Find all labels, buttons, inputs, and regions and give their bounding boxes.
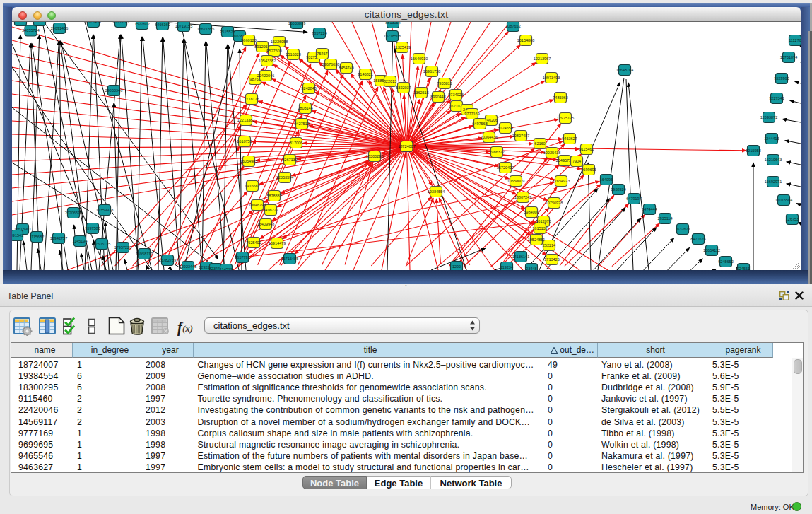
svg-text:14136141: 14136141 [512,255,529,259]
svg-text:8267130: 8267130 [282,158,297,162]
svg-text:2935114: 2935114 [657,216,672,221]
svg-text:8813054: 8813054 [385,22,400,25]
svg-text:9734023: 9734023 [448,93,463,97]
svg-text:9660123: 9660123 [241,38,256,42]
svg-text:5878332: 5878332 [266,194,281,198]
svg-text:75467: 75467 [317,52,327,56]
svg-text:9527500: 9527500 [266,49,281,53]
svg-text:18724007: 18724007 [398,144,415,148]
svg-text:9699695: 9699695 [581,168,596,172]
svg-text:3024554: 3024554 [498,126,512,130]
svg-text:119234: 119234 [500,265,513,269]
svg-text:12353594: 12353594 [276,175,293,180]
svg-text:9474444: 9474444 [642,207,657,211]
svg-text:8454749: 8454749 [339,66,353,70]
svg-text:8990448: 8990448 [430,95,445,99]
svg-text:9329966: 9329966 [774,76,789,81]
svg-text:9227341: 9227341 [769,96,784,100]
svg-text:6466160: 6466160 [155,23,170,27]
svg-text:12923448: 12923448 [180,264,196,269]
svg-text:1916682: 1916682 [245,184,259,188]
svg-text:15751074: 15751074 [780,55,797,59]
svg-text:18807249: 18807249 [514,195,531,199]
svg-text:16033809: 16033809 [288,22,305,25]
svg-text:19218506: 19218506 [384,34,401,38]
svg-text:5322037: 5322037 [396,86,411,90]
svg-text:16961758: 16961758 [423,69,440,74]
svg-text:7485063: 7485063 [553,95,567,100]
svg-text:1145194: 1145194 [72,239,87,243]
svg-text:15720407: 15720407 [497,165,514,170]
svg-text:114519: 114519 [220,267,233,270]
svg-text:10719155: 10719155 [175,24,192,28]
svg-text:12093872: 12093872 [760,115,777,119]
svg-text:2986322: 2986322 [489,150,504,154]
svg-text:12213382: 12213382 [237,118,254,122]
svg-text:7904: 7904 [572,159,581,163]
svg-text:24055724: 24055724 [22,28,39,33]
svg-text:3498222: 3498222 [263,208,278,212]
svg-text:2069140: 2069140 [32,22,47,23]
svg-text:2803144: 2803144 [298,106,312,110]
svg-text:6479197: 6479197 [626,197,641,201]
svg-text:10973493: 10973493 [543,76,560,80]
svg-text:16648784: 16648784 [616,68,633,72]
svg-text:924561: 924561 [737,267,750,270]
svg-text:1362615: 1362615 [413,90,428,95]
svg-text:12213967: 12213967 [534,57,551,61]
svg-text:126753: 126753 [786,217,799,221]
svg-text:19524851: 19524851 [528,238,545,242]
svg-text:2718176: 2718176 [244,97,259,101]
svg-text:9115460: 9115460 [579,147,594,151]
svg-text:20206526: 20206526 [65,211,82,215]
svg-text:1610755: 1610755 [237,139,252,144]
svg-text:9397586: 9397586 [85,226,100,230]
svg-text:391541: 391541 [12,233,23,238]
svg-text:12505135: 12505135 [93,242,110,246]
svg-text:16640910: 16640910 [411,57,428,61]
svg-text:10658609: 10658609 [507,179,524,183]
svg-text:23448: 23448 [526,267,536,270]
svg-text:16054985: 16054985 [240,159,257,163]
svg-text:9777169: 9777169 [464,112,479,116]
svg-text:9245652: 9245652 [718,259,733,264]
svg-text:3984007: 3984007 [524,210,539,214]
svg-text:2087652: 2087652 [505,24,520,28]
svg-text:22420046: 22420046 [257,74,274,78]
svg-text:(x): (x) [182,323,193,334]
svg-text:10654112: 10654112 [703,248,720,252]
svg-text:817006: 817006 [290,141,302,145]
svg-text:16914479: 16914479 [269,241,286,245]
svg-text:15226058: 15226058 [271,40,288,44]
svg-text:16671355: 16671355 [197,27,214,31]
svg-text:111276: 111276 [789,38,801,42]
svg-text:7625402: 7625402 [246,240,261,245]
svg-text:15692971: 15692971 [765,180,782,184]
svg-text:16210643: 16210643 [765,158,782,162]
svg-text:9242845: 9242845 [301,86,316,90]
svg-text:15716485: 15716485 [281,257,298,261]
svg-text:9463627: 9463627 [562,136,577,141]
svg-text:1516328: 1516328 [286,52,300,57]
svg-text:18300295: 18300295 [366,154,383,158]
svg-text:29676038: 29676038 [322,62,339,66]
svg-text:1292: 1292 [452,264,461,269]
svg-text:20364436: 20364436 [481,135,498,139]
svg-text:2071406: 2071406 [86,22,100,24]
svg-text:1244415: 1244415 [764,136,779,141]
svg-text:12942757: 12942757 [50,236,67,240]
svg-text:62160: 62160 [534,141,545,146]
svg-text:1527602: 1527602 [134,22,149,26]
svg-text:1115682: 1115682 [30,235,45,239]
svg-text:164095: 164095 [600,177,613,182]
svg-text:7857224: 7857224 [312,31,326,35]
svg-text:9146821: 9146821 [358,72,372,76]
svg-text:10046798: 10046798 [249,203,266,207]
svg-text:1615132: 1615132 [532,226,547,230]
svg-text:10154808: 10154808 [517,38,534,42]
svg-text:16958117: 16958117 [136,252,153,256]
svg-text:10756928: 10756928 [546,201,563,205]
svg-text:29053346: 29053346 [105,88,122,93]
svg-text:17359928: 17359928 [96,208,113,212]
svg-text:16782759: 16782759 [159,258,176,262]
